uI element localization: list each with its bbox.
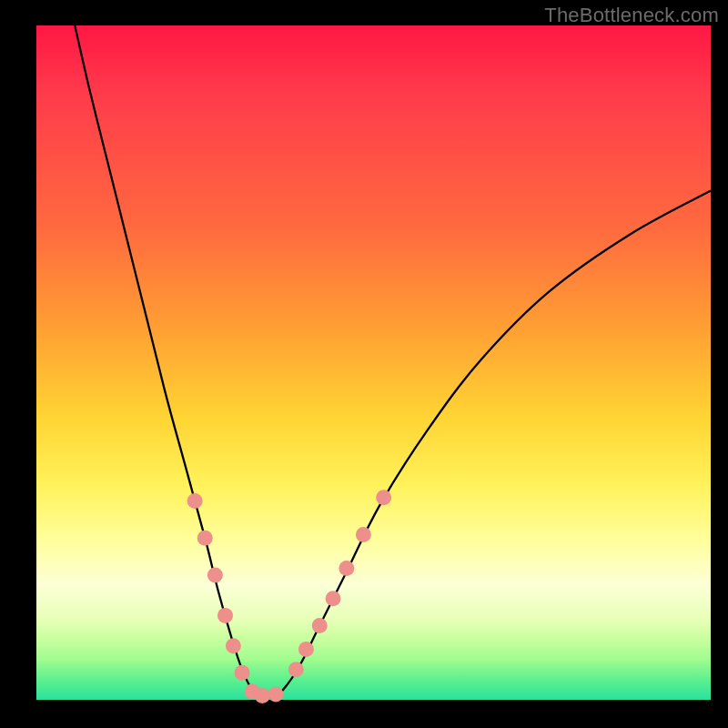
estimate-marker [312,618,328,633]
estimate-marker [255,688,270,703]
chart-frame: TheBottleneck.com [0,0,728,728]
watermark-text: TheBottleneck.com [544,4,719,27]
markers-bottom-cluster [245,684,284,703]
estimate-marker [339,561,354,576]
estimate-marker [298,642,314,657]
chart-svg [36,25,711,700]
estimate-marker [187,493,203,509]
estimate-marker [268,687,284,703]
estimate-marker [356,527,371,542]
plot-area [36,25,711,700]
estimate-marker [326,591,341,606]
bottleneck-curve [75,25,711,698]
estimate-marker [376,490,391,505]
markers-left-cluster [187,493,250,681]
estimate-marker [288,662,304,677]
estimate-marker [235,665,250,681]
estimate-marker [197,531,213,546]
estimate-marker [226,638,241,653]
estimate-marker [207,567,223,582]
estimate-marker [217,608,233,623]
